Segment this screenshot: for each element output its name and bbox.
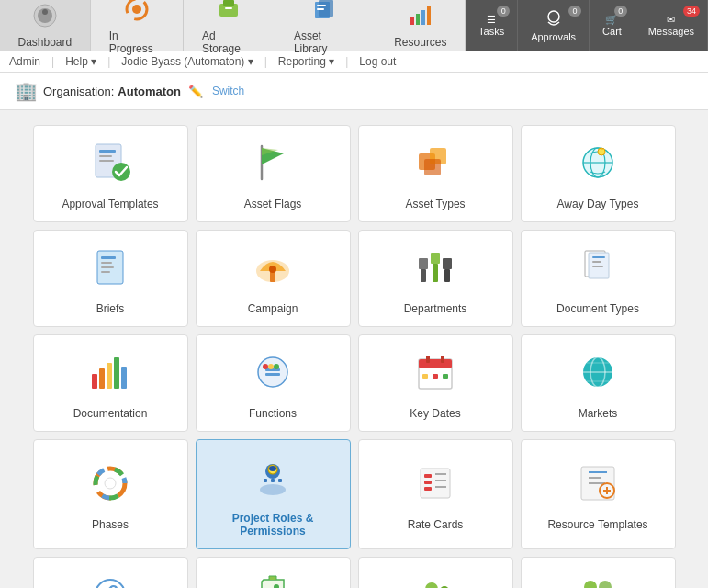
grid-item-tags[interactable]: Tags: [196, 557, 351, 588]
nav-messages[interactable]: 34 ✉ Messages: [635, 0, 708, 51]
grid-item-markets[interactable]: Markets: [521, 334, 676, 432]
user-groups-icon: [576, 572, 620, 588]
asset-types-icon: [413, 141, 457, 190]
grid-item-rate-cards[interactable]: Rate Cards: [358, 439, 513, 549]
project-roles-icon: [251, 455, 295, 504]
reporting-dropdown[interactable]: Reporting ▾: [278, 55, 334, 68]
grid-item-approval-templates[interactable]: Approval Templates: [33, 125, 188, 222]
grid-item-briefs[interactable]: Briefs: [33, 230, 188, 327]
rate-cards-label: Rate Cards: [408, 518, 464, 531]
grid-item-departments[interactable]: Departments: [358, 230, 513, 327]
grid-item-user-groups[interactable]: User Groups: [521, 557, 676, 588]
briefs-icon: [88, 245, 132, 295]
asset-flags-label: Asset Flags: [244, 198, 302, 210]
approvals-icon: [544, 9, 564, 31]
grid-item-user-group-types[interactable]: User Group Types: [358, 557, 513, 588]
svg-point-16: [548, 11, 559, 22]
resource-templates-label: Resource Templates: [547, 518, 647, 531]
nav-ad-storage[interactable]: Ad Storage: [184, 0, 275, 51]
functions-icon: [251, 350, 295, 400]
svg-point-103: [425, 582, 438, 588]
approval-templates-icon: [88, 141, 132, 190]
nav-cart[interactable]: 0 🛒 Cart: [590, 0, 635, 51]
grid-item-document-types[interactable]: Document Types: [521, 230, 676, 327]
support-icon: ?: [88, 572, 132, 588]
svg-rect-48: [592, 256, 605, 258]
document-types-icon: [576, 245, 620, 295]
nav-right: 0 ☰ Tasks 0 Approvals 0 🛒 Cart 34 ✉ Mess…: [466, 0, 708, 51]
grid-item-functions[interactable]: Functions: [196, 334, 351, 432]
svg-rect-34: [101, 262, 112, 264]
grid-item-resource-templates[interactable]: Resource Templates: [521, 439, 676, 549]
nav-ad-storage-label: Ad Storage: [202, 29, 256, 55]
approvals-label: Approvals: [531, 31, 576, 42]
org-name: Automaton: [118, 85, 181, 98]
nav-in-progress-label: In Progress: [109, 29, 164, 55]
away-day-types-label: Away Day Types: [557, 198, 639, 210]
svg-rect-36: [101, 271, 110, 273]
svg-point-82: [260, 484, 286, 495]
admin-grid: Approval Templates Asset Flags Asset Typ…: [33, 125, 676, 588]
nav-dashboard-label: Dashboard: [17, 36, 72, 49]
svg-rect-7: [225, 7, 232, 9]
nav-dashboard[interactable]: Dashboard: [0, 0, 91, 51]
nav-approvals[interactable]: 0 Approvals: [518, 0, 590, 51]
svg-rect-12: [410, 17, 414, 25]
grid-item-key-dates[interactable]: Key Dates: [358, 334, 513, 432]
campaign-label: Campaign: [248, 302, 298, 315]
svg-rect-63: [419, 359, 452, 368]
svg-rect-84: [269, 466, 276, 471]
in-progress-icon: [124, 0, 150, 28]
departments-label: Departments: [404, 302, 467, 315]
switch-link[interactable]: Switch: [212, 85, 244, 97]
svg-point-109: [599, 581, 612, 588]
functions-label: Functions: [249, 407, 297, 420]
nav-resources-label: Resources: [394, 36, 446, 49]
phases-icon: [88, 461, 132, 511]
svg-rect-33: [101, 256, 116, 259]
svg-rect-10: [317, 5, 326, 6]
grid-item-support[interactable]: ? Support: [33, 557, 188, 588]
document-types-label: Document Types: [556, 302, 639, 315]
nav-in-progress[interactable]: In Progress: [91, 0, 184, 51]
svg-rect-81: [278, 479, 282, 482]
svg-point-61: [274, 364, 279, 369]
svg-rect-68: [443, 374, 448, 379]
nav-resources[interactable]: Resources: [376, 0, 466, 51]
briefs-label: Briefs: [96, 302, 125, 315]
grid-item-asset-types[interactable]: Asset Types: [358, 125, 513, 222]
svg-rect-42: [431, 253, 440, 264]
grid-item-campaign[interactable]: Campaign: [196, 230, 351, 327]
grid-item-asset-flags[interactable]: Asset Flags: [196, 125, 351, 222]
svg-rect-45: [444, 269, 450, 282]
departments-icon: [413, 245, 457, 295]
svg-point-31: [598, 148, 605, 155]
nav-asset-library[interactable]: Asset Library: [275, 0, 376, 51]
admin-link[interactable]: Admin: [9, 55, 40, 68]
pencil-icon: ✏️: [188, 85, 203, 98]
user-dropdown[interactable]: Jodie Byass (Automaton) ▾: [121, 55, 253, 68]
nav-tasks[interactable]: 0 ☰ Tasks: [466, 0, 518, 51]
asset-types-label: Asset Types: [405, 198, 465, 210]
tasks-badge: 0: [497, 6, 510, 17]
svg-rect-44: [443, 258, 452, 269]
svg-rect-80: [271, 479, 275, 482]
key-dates-label: Key Dates: [410, 407, 460, 420]
project-roles-label: Project Roles & Permissions: [204, 512, 343, 537]
ad-storage-icon: [216, 0, 242, 28]
org-icon: 🏢: [15, 80, 38, 102]
svg-point-2: [42, 9, 48, 15]
svg-rect-5: [219, 4, 238, 17]
svg-point-39: [269, 266, 276, 273]
logout-link[interactable]: Log out: [359, 55, 396, 68]
svg-rect-18: [99, 150, 116, 153]
grid-item-documentation[interactable]: Documentation: [33, 334, 188, 432]
grid-item-away-day-types[interactable]: Away Day Types: [521, 125, 676, 222]
grid-item-project-roles[interactable]: Project Roles & Permissions: [196, 439, 351, 549]
dashboard-icon: [32, 3, 58, 34]
svg-rect-79: [264, 479, 267, 482]
grid-item-phases[interactable]: Phases: [33, 439, 188, 549]
svg-rect-64: [426, 356, 430, 363]
asset-library-icon: [312, 0, 338, 28]
help-dropdown[interactable]: Help ▾: [65, 55, 96, 68]
